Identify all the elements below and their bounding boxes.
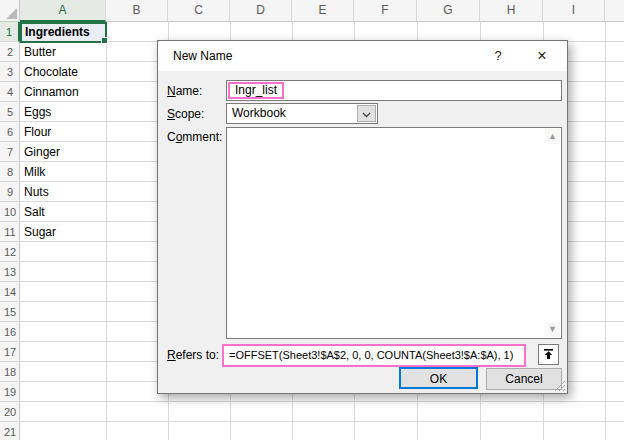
cell-a11[interactable]: Sugar	[20, 222, 106, 242]
name-label: Name:	[167, 84, 202, 98]
cell-a5[interactable]: Eggs	[20, 102, 106, 122]
dialog-titlebar[interactable]: New Name ? ×	[158, 41, 567, 71]
column-header-d[interactable]: D	[230, 0, 292, 21]
dialog-title: New Name	[173, 49, 232, 63]
name-input[interactable]: Ingr_list	[226, 80, 562, 101]
row-header-15[interactable]: 15	[0, 302, 20, 322]
column-header-e[interactable]: E	[292, 0, 354, 21]
active-cell-value: Ingredients	[22, 24, 105, 41]
chevron-down-icon[interactable]	[357, 105, 376, 122]
row-header-17[interactable]: 17	[0, 342, 20, 362]
ok-button[interactable]: OK	[399, 367, 478, 389]
row-header-3[interactable]: 3	[0, 62, 20, 82]
scope-dropdown[interactable]: Workbook	[226, 103, 378, 124]
row-header-14[interactable]: 14	[0, 282, 20, 302]
column-header-c[interactable]: C	[168, 0, 230, 21]
scope-label: Scope:	[167, 107, 204, 121]
cell-a9[interactable]: Nuts	[20, 182, 106, 202]
comment-textarea[interactable]: ▲ ▼	[226, 127, 562, 339]
active-cell-a1[interactable]: Ingredients	[20, 22, 107, 43]
scope-value: Workbook	[232, 104, 286, 123]
help-button[interactable]: ?	[481, 41, 515, 71]
column-header-i[interactable]: I	[543, 0, 605, 21]
select-all-triangle-icon	[6, 8, 17, 19]
row-header-16[interactable]: 16	[0, 322, 20, 342]
refers-to-input[interactable]: =OFFSET(Sheet3!$A$2, 0, 0, COUNTA(Sheet3…	[222, 344, 526, 367]
cell-a3[interactable]: Chocolate	[20, 62, 106, 82]
row-header-20[interactable]: 20	[0, 402, 20, 422]
cell-a6[interactable]: Flour	[20, 122, 106, 142]
comment-label: Comment:	[167, 130, 222, 144]
row-header-7[interactable]: 7	[0, 142, 20, 162]
cell-a2[interactable]: Butter	[20, 42, 106, 62]
cell-a7[interactable]: Ginger	[20, 142, 106, 162]
cell-a10[interactable]: Salt	[20, 202, 106, 222]
row-header-19[interactable]: 19	[0, 382, 20, 402]
column-header-g[interactable]: G	[417, 0, 480, 21]
scroll-up-icon[interactable]: ▲	[545, 129, 560, 144]
column-header-b[interactable]: B	[106, 0, 168, 21]
column-header-f[interactable]: F	[354, 0, 417, 21]
row-header-11[interactable]: 11	[0, 222, 20, 242]
row-header-12[interactable]: 12	[0, 242, 20, 262]
name-value-highlight: Ingr_list	[228, 82, 284, 99]
refers-to-label: Refers to:	[167, 348, 219, 362]
row-header-2[interactable]: 2	[0, 42, 20, 62]
select-all-corner[interactable]	[0, 0, 20, 22]
row-header-6[interactable]: 6	[0, 122, 20, 142]
new-name-dialog: New Name ? × Name: Ingr_list Scope: Work…	[157, 40, 568, 394]
excel-window: ABCDEFGHI 123456789101112131415161718192…	[0, 0, 624, 440]
row-header-21[interactable]: 21	[0, 422, 20, 440]
scroll-down-icon[interactable]: ▼	[545, 322, 560, 337]
gridline-vertical	[106, 22, 107, 440]
row-header-1[interactable]: 1	[0, 22, 20, 42]
fill-handle[interactable]	[101, 37, 108, 44]
cancel-button[interactable]: Cancel	[486, 368, 562, 390]
row-header-9[interactable]: 9	[0, 182, 20, 202]
column-header-h[interactable]: H	[480, 0, 543, 21]
cell-a4[interactable]: Cinnamon	[20, 82, 106, 102]
row-header-18[interactable]: 18	[0, 362, 20, 382]
close-button[interactable]: ×	[525, 41, 559, 71]
row-header-13[interactable]: 13	[0, 262, 20, 282]
row-header-8[interactable]: 8	[0, 162, 20, 182]
collapse-arrow-icon	[542, 348, 555, 361]
resize-grip[interactable]	[552, 378, 565, 391]
column-header-a[interactable]: A	[20, 0, 106, 22]
collapse-dialog-button[interactable]	[538, 344, 559, 365]
row-header-4[interactable]: 4	[0, 82, 20, 102]
gridline-vertical	[605, 22, 606, 440]
cell-a8[interactable]: Milk	[20, 162, 106, 182]
row-header-10[interactable]: 10	[0, 202, 20, 222]
row-header-5[interactable]: 5	[0, 102, 20, 122]
